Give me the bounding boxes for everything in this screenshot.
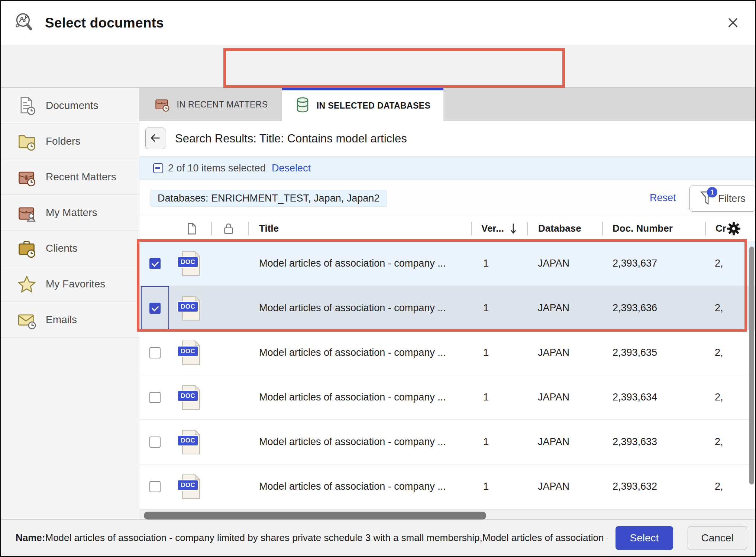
vertical-scrollbar-thumb[interactable] [749, 247, 754, 484]
back-button[interactable] [145, 128, 165, 149]
column-title[interactable]: Title [259, 216, 279, 241]
row-checkbox-cell [141, 241, 169, 286]
doc-badge: DOC [177, 480, 198, 491]
column-separator [211, 222, 212, 235]
row-checkbox[interactable] [149, 392, 161, 403]
doc-file-icon: DOC [178, 429, 204, 455]
filters-label: Filters [718, 193, 746, 205]
dialog-header: Select documents [1, 1, 755, 45]
row-created: 2, [704, 258, 755, 269]
doc-badge: DOC [177, 435, 198, 446]
row-database: JAPAN [524, 436, 602, 448]
folder-clock-icon [17, 131, 37, 151]
sidebar-item-my-favorites[interactable]: My Favorites [1, 266, 139, 302]
select-documents-dialog: Select documents Documents [0, 0, 756, 557]
row-title: Model articles of association - company … [259, 302, 478, 314]
sidebar-item-label: Clients [46, 242, 78, 254]
sidebar: Documents Folders [1, 88, 139, 519]
app-logo-search-chart-icon [14, 12, 35, 35]
file-type-column-icon[interactable] [187, 216, 197, 241]
sidebar-item-recent-matters[interactable]: Recent Matters [1, 159, 139, 195]
lock-column-icon[interactable] [223, 216, 234, 241]
row-created: 2, [704, 392, 755, 403]
row-version: 1 [478, 481, 524, 492]
row-title: Model articles of association - company … [259, 436, 478, 448]
table-row[interactable]: DOC Model articles of association - comp… [139, 331, 755, 375]
row-database: JAPAN [524, 392, 602, 403]
results-panel: IN RECENT MATTERS IN SELECTED DATABASES [139, 88, 755, 519]
briefcase-clock-icon [154, 96, 170, 113]
tab-in-recent-matters[interactable]: IN RECENT MATTERS [139, 88, 282, 121]
column-separator [471, 222, 472, 235]
sidebar-item-label: Documents [46, 100, 98, 112]
table-row[interactable]: DOC Model articles of association - comp… [139, 420, 755, 464]
sidebar-item-documents[interactable]: Documents [1, 88, 139, 123]
table-row[interactable]: DOC Model articles of association - comp… [139, 375, 755, 420]
cancel-button[interactable]: Cancel [688, 526, 747, 550]
row-title: Model articles of association - company … [259, 347, 478, 358]
reset-link[interactable]: Reset [650, 192, 676, 204]
document-clock-icon [17, 96, 37, 116]
selection-count: 2 of 10 items selected [168, 162, 266, 174]
star-icon [17, 274, 37, 294]
close-icon [727, 16, 739, 30]
briefcase-person-icon [17, 203, 37, 223]
row-doc-number: 2,393,637 [602, 258, 704, 269]
sidebar-item-label: Folders [46, 135, 80, 147]
table-row[interactable]: DOC Model articles of association - comp… [139, 241, 755, 286]
database-icon [295, 97, 310, 115]
horizontal-scrollbar-thumb[interactable] [144, 512, 486, 519]
sidebar-item-folders[interactable]: Folders [1, 123, 139, 159]
doc-file-icon: DOC [178, 384, 204, 410]
doc-badge: DOC [177, 390, 198, 402]
row-doc-number: 2,393,635 [602, 347, 704, 358]
column-database[interactable]: Database [538, 216, 581, 241]
table-row[interactable]: DOC Model articles of association - comp… [139, 286, 755, 331]
sidebar-item-my-matters[interactable]: My Matters [1, 195, 139, 231]
close-button[interactable] [725, 15, 741, 31]
row-version: 1 [478, 302, 524, 314]
table-row[interactable]: DOC Model articles of association - comp… [139, 464, 755, 509]
briefcase-clock-icon [17, 167, 37, 187]
row-checkbox[interactable] [149, 347, 161, 358]
select-button[interactable]: Select [616, 526, 673, 550]
sort-desc-icon[interactable] [510, 216, 517, 241]
column-version[interactable]: Ver... [481, 216, 504, 241]
doc-file-icon: DOC [178, 251, 204, 277]
name-value: Model articles of association - company … [45, 532, 607, 543]
column-settings-gear-icon[interactable] [727, 222, 741, 237]
sidebar-item-label: Emails [46, 314, 77, 326]
doc-badge: DOC [177, 257, 198, 268]
arrow-left-icon [150, 132, 161, 145]
select-all-checkbox-indeterminate[interactable] [153, 163, 163, 173]
row-version: 1 [478, 436, 524, 448]
sidebar-item-clients[interactable]: Clients [1, 231, 139, 266]
row-checkbox-cell [141, 464, 169, 509]
row-checkbox-cell [141, 420, 169, 464]
row-checkbox[interactable] [149, 258, 161, 269]
tab-label: IN RECENT MATTERS [177, 100, 268, 110]
tab-in-selected-databases[interactable]: IN SELECTED DATABASES [282, 88, 443, 121]
name-label: Name: [16, 532, 45, 543]
filter-bar: Databases: ENRICHMENT_TEST, Japan, Japan… [139, 180, 755, 216]
filters-button[interactable]: 1 Filters [689, 186, 756, 212]
sidebar-item-emails[interactable]: Emails [1, 302, 139, 338]
filters-badge: 1 [707, 187, 717, 197]
sidebar-item-label: My Favorites [46, 278, 105, 290]
row-checkbox[interactable] [149, 303, 161, 314]
column-created[interactable]: Cr [715, 216, 727, 241]
search-toolbar: Documents [1, 45, 755, 88]
row-created: 2, [704, 436, 755, 448]
funnel-icon [700, 202, 714, 207]
column-separator [527, 222, 528, 235]
selection-bar: 2 of 10 items selected Deselect [139, 157, 755, 180]
databases-filter-chip[interactable]: Databases: ENRICHMENT_TEST, Japan, Japan… [151, 190, 387, 207]
row-checkbox[interactable] [149, 481, 161, 492]
sidebar-item-label: Recent Matters [46, 171, 116, 183]
deselect-link[interactable]: Deselect [272, 162, 311, 174]
results-tabs: IN RECENT MATTERS IN SELECTED DATABASES [139, 88, 755, 121]
row-checkbox[interactable] [149, 437, 161, 448]
doc-file-icon: DOC [178, 340, 204, 366]
row-version: 1 [478, 347, 524, 358]
column-doc-number[interactable]: Doc. Number [613, 216, 673, 241]
